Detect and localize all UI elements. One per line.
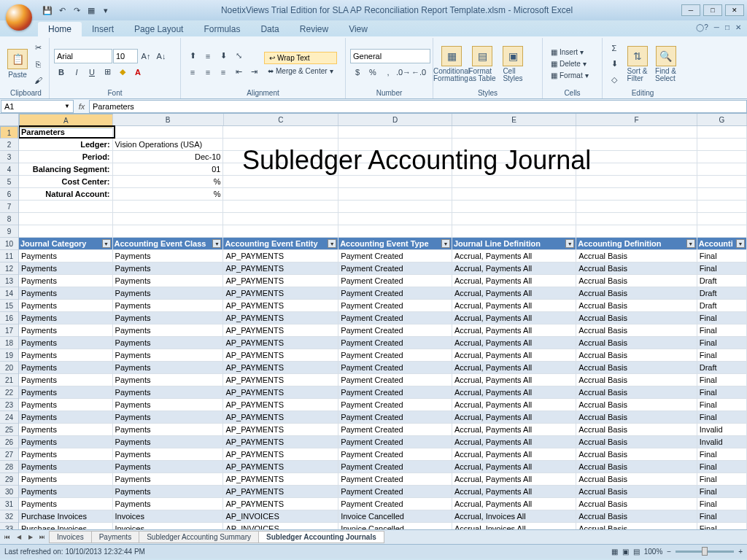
cell-F4[interactable] — [576, 163, 697, 176]
cell-F13[interactable]: Accrual Basis — [576, 275, 697, 287]
formula-input[interactable]: Parameters — [89, 100, 747, 113]
delete-cells-button[interactable]: ▦ Delete ▾ — [547, 58, 597, 69]
decrease-decimal-icon[interactable]: ←.0 — [411, 65, 426, 79]
cell-A26[interactable]: Payments — [19, 436, 113, 448]
name-box[interactable]: A1▼ — [1, 100, 74, 113]
cell-F22[interactable]: Accrual Basis — [576, 386, 697, 399]
cell-A25[interactable]: Payments — [19, 424, 113, 436]
cell-A15[interactable]: Payments — [19, 300, 113, 312]
row-header-29[interactable]: 29 — [0, 473, 18, 486]
cell-C6[interactable] — [223, 188, 338, 201]
cell-G21[interactable]: Final — [697, 374, 747, 386]
clear-icon[interactable]: ◇ — [607, 73, 622, 88]
cell-D17[interactable]: Payment Created — [338, 324, 452, 337]
cell-B5[interactable]: % — [113, 176, 224, 188]
column-header-D[interactable]: D — [338, 114, 452, 125]
cell-A5[interactable]: Cost Center: — [19, 176, 113, 188]
cell-B26[interactable]: Payments — [113, 436, 224, 448]
first-sheet-icon[interactable]: ⏮ — [1, 532, 13, 543]
cell-F18[interactable]: Accrual Basis — [576, 337, 697, 349]
row-header-18[interactable]: 18 — [0, 337, 18, 349]
row-header-10[interactable]: 10 — [0, 238, 18, 250]
cell-F2[interactable] — [576, 139, 697, 151]
sheet-tab-subledger-accounting-summary[interactable]: Subledger Accounting Summary — [139, 531, 259, 543]
currency-icon[interactable]: $ — [350, 65, 365, 79]
cell-A28[interactable]: Payments — [19, 461, 113, 473]
cell-D18[interactable]: Payment Created — [338, 337, 452, 349]
cell-C27[interactable]: AP_PAYMENTS — [223, 448, 338, 461]
cell-B1[interactable] — [113, 126, 224, 139]
cell-G17[interactable]: Final — [697, 324, 747, 337]
last-sheet-icon[interactable]: ⏭ — [36, 532, 48, 543]
cell-F31[interactable]: Accrual Basis — [576, 498, 697, 510]
cell-E6[interactable] — [452, 188, 576, 201]
cell-G19[interactable]: Final — [697, 349, 747, 362]
cell-F16[interactable]: Accrual Basis — [576, 312, 697, 324]
cell-G8[interactable] — [697, 213, 747, 225]
cell-A23[interactable]: Payments — [19, 399, 113, 411]
close-doc-icon[interactable]: ✕ — [735, 23, 741, 31]
cell-A17[interactable]: Payments — [19, 324, 113, 337]
cell-C9[interactable] — [223, 225, 338, 238]
cell-F25[interactable]: Accrual Basis — [576, 424, 697, 436]
cell-C26[interactable]: AP_PAYMENTS — [223, 436, 338, 448]
cell-G3[interactable] — [697, 151, 747, 163]
cell-C32[interactable]: AP_INVOICES — [223, 510, 338, 523]
cell-C17[interactable]: AP_PAYMENTS — [223, 324, 338, 337]
copy-icon[interactable]: ⎘ — [31, 57, 45, 71]
cell-styles-button[interactable]: ▣Cell Styles — [499, 39, 527, 88]
cell-E31[interactable]: Accrual, Payments All — [452, 498, 576, 510]
cell-A30[interactable]: Payments — [19, 486, 113, 498]
cell-D1[interactable] — [338, 126, 452, 139]
row-header-20[interactable]: 20 — [0, 362, 18, 374]
row-header-12[interactable]: 12 — [0, 262, 18, 275]
align-bottom-icon[interactable]: ⬇ — [216, 49, 231, 63]
cell-A22[interactable]: Payments — [19, 386, 113, 399]
table-header-2[interactable]: Accounting Event Entity▼ — [223, 238, 338, 250]
cell-D9[interactable] — [338, 225, 452, 238]
cell-E16[interactable]: Accrual, Payments All — [452, 312, 576, 324]
filter-button-2[interactable]: ▼ — [328, 239, 336, 248]
number-format-select[interactable] — [350, 49, 430, 63]
cell-A2[interactable]: Ledger: — [19, 139, 113, 151]
cell-D32[interactable]: Invoice Cancelled — [338, 510, 452, 523]
cell-B3[interactable]: Dec-10 — [113, 151, 224, 163]
cell-G5[interactable] — [697, 176, 747, 188]
spreadsheet-grid[interactable]: 1234567891011121314151617181920212223242… — [0, 114, 747, 529]
cell-F21[interactable]: Accrual Basis — [576, 374, 697, 386]
qat-btn-4[interactable]: ▦ — [85, 4, 98, 17]
office-button[interactable] — [6, 4, 32, 31]
cell-A6[interactable]: Natural Account: — [19, 188, 113, 201]
cell-G29[interactable]: Final — [697, 473, 747, 486]
cell-E18[interactable]: Accrual, Payments All — [452, 337, 576, 349]
cell-F19[interactable]: Accrual Basis — [576, 349, 697, 362]
cell-E15[interactable]: Accrual, Payments All — [452, 300, 576, 312]
cell-A33[interactable]: Purchase Invoices — [19, 523, 113, 529]
cell-C1[interactable] — [223, 126, 338, 139]
fill-color-icon[interactable]: ◆ — [115, 65, 130, 79]
cell-B19[interactable]: Payments — [113, 349, 224, 362]
cell-B15[interactable]: Payments — [113, 300, 224, 312]
row-header-11[interactable]: 11 — [0, 250, 18, 262]
view-layout-icon[interactable]: ▣ — [622, 548, 629, 556]
cell-D20[interactable]: Payment Created — [338, 362, 452, 374]
cell-B2[interactable]: Vision Operations (USA) — [113, 139, 224, 151]
cell-F6[interactable] — [576, 188, 697, 201]
tab-insert[interactable]: Insert — [82, 22, 124, 36]
cell-B14[interactable]: Payments — [113, 287, 224, 300]
row-header-26[interactable]: 26 — [0, 436, 18, 448]
row-header-31[interactable]: 31 — [0, 498, 18, 510]
table-header-4[interactable]: Journal Line Definition▼ — [452, 238, 576, 250]
format-as-table-button[interactable]: ▤Format as Table — [468, 39, 496, 88]
cell-F27[interactable]: Accrual Basis — [576, 448, 697, 461]
cell-F33[interactable]: Accrual Basis — [576, 523, 697, 529]
cell-C23[interactable]: AP_PAYMENTS — [223, 399, 338, 411]
row-header-25[interactable]: 25 — [0, 424, 18, 436]
paste-button[interactable]: 📋 Paste — [7, 39, 28, 88]
cell-B24[interactable]: Payments — [113, 411, 224, 424]
align-middle-icon[interactable]: ≡ — [201, 49, 215, 63]
cell-F7[interactable] — [576, 201, 697, 213]
row-header-30[interactable]: 30 — [0, 486, 18, 498]
increase-indent-icon[interactable]: ⇥ — [247, 65, 261, 79]
cell-D30[interactable]: Payment Created — [338, 486, 452, 498]
